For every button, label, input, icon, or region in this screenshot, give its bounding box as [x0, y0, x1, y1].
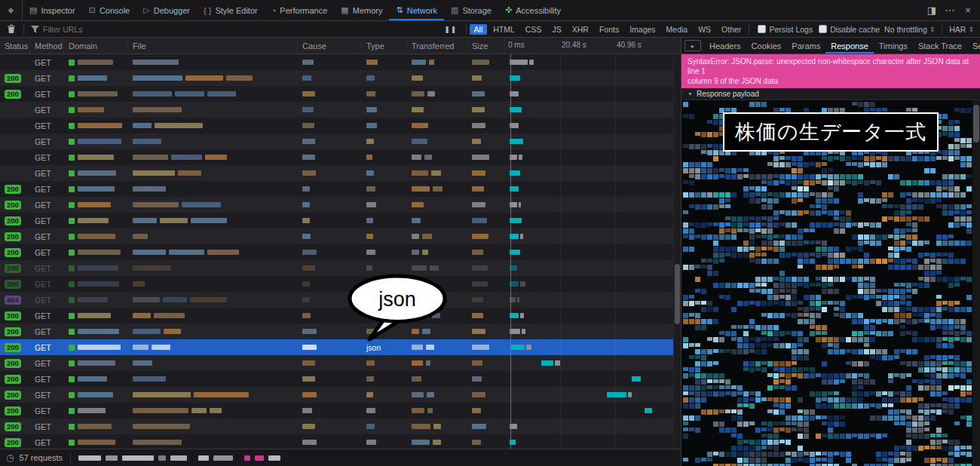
request-row[interactable]: 200GET	[0, 213, 681, 228]
method-cell: GET	[30, 403, 64, 418]
tab-network[interactable]: ⇅Network	[389, 0, 444, 20]
filter-pill-images[interactable]: Images	[625, 24, 660, 35]
filter-urls-input[interactable]	[43, 25, 149, 34]
redacted-cell	[298, 70, 362, 86]
filter-pill-ws[interactable]: WS	[694, 24, 715, 35]
method-cell: GET	[30, 339, 64, 355]
requests-scrollbar-thumb[interactable]	[675, 264, 680, 324]
response-payload-header[interactable]: ▼ Response payload	[681, 88, 980, 100]
tab-label: Console	[100, 6, 130, 15]
tab-storage[interactable]: ▥Storage	[444, 0, 498, 20]
filter-pill-media[interactable]: Media	[662, 24, 693, 35]
redacted-cell	[467, 434, 505, 449]
response-scrollbar-thumb[interactable]	[973, 105, 979, 143]
request-row[interactable]: 200GET	[0, 244, 681, 260]
request-row[interactable]: 200GET	[0, 355, 681, 371]
request-row[interactable]: 200GET	[0, 434, 681, 449]
filter-pill-js[interactable]: JS	[547, 24, 565, 35]
request-row[interactable]: 200GET	[0, 197, 681, 213]
tab-security[interactable]: Se	[967, 38, 980, 54]
filter-pill-html[interactable]: HTML	[488, 24, 519, 35]
request-row[interactable]: 200GET	[0, 418, 681, 434]
har-select[interactable]: HAR ⇕	[945, 25, 978, 34]
col-file[interactable]: File	[128, 38, 298, 54]
request-row[interactable]: 200GET	[0, 371, 681, 387]
request-row[interactable]: 200GET	[0, 86, 681, 102]
requests-scrollbar[interactable]	[673, 54, 681, 449]
request-row[interactable]: GET	[0, 149, 681, 165]
security-lock-icon	[69, 392, 75, 398]
pause-icon: ❚❚	[444, 26, 457, 33]
redacted-cell	[362, 54, 407, 70]
status-badge: 200	[5, 375, 21, 384]
col-status[interactable]: Status	[0, 38, 30, 54]
tab-timings[interactable]: Timings	[874, 38, 913, 54]
pause-traffic-button[interactable]: ❚❚	[438, 26, 463, 33]
throttling-select[interactable]: No throttling ⇕	[880, 25, 939, 34]
request-row[interactable]: GET	[0, 54, 681, 70]
close-icon: ×	[965, 5, 971, 16]
node-picker-button[interactable]: ⌖	[0, 0, 23, 20]
security-lock-icon	[69, 329, 75, 335]
split-pane-toggle-icon[interactable]: ▸	[684, 40, 701, 51]
redacted-cell	[128, 102, 298, 118]
domain-cell	[64, 213, 128, 228]
tab-accessibility[interactable]: ✜Accessibility	[498, 0, 568, 20]
filter-pill-css[interactable]: CSS	[521, 24, 547, 35]
domain-cell	[64, 86, 128, 102]
request-row[interactable]: GET	[0, 102, 681, 118]
request-row[interactable]: GET	[0, 165, 681, 181]
security-lock-icon	[69, 139, 75, 145]
tab-style-editor[interactable]: { }Style Editor	[197, 0, 265, 20]
response-scrollbar[interactable]	[972, 100, 980, 466]
request-row[interactable]: 200GET	[0, 228, 681, 244]
status-badge: 200	[5, 232, 21, 241]
redacted-cell	[467, 54, 505, 70]
tab-label: Network	[407, 6, 437, 15]
disable-cache-checkbox[interactable]	[819, 25, 827, 33]
redacted-cell	[298, 86, 362, 102]
request-row[interactable]: GET	[0, 118, 681, 133]
method-cell: GET	[30, 323, 64, 339]
tab-debugger[interactable]: ▷Debugger	[136, 0, 197, 20]
redacted-cell	[407, 228, 467, 244]
filter-pill-xhr[interactable]: XHR	[568, 24, 593, 35]
tab-inspector[interactable]: ▤Inspector	[23, 0, 82, 20]
security-lock-icon	[69, 107, 75, 113]
tab-performance[interactable]: ◔Performance	[265, 0, 335, 20]
tab-cookies[interactable]: Cookies	[746, 38, 787, 54]
col-transferred[interactable]: Transferred	[407, 38, 467, 54]
col-cause[interactable]: Cause	[298, 38, 362, 54]
tab-console[interactable]: ⊡Console	[82, 0, 137, 20]
redacted-cell	[467, 213, 505, 228]
col-domain[interactable]: Domain	[64, 38, 128, 54]
col-type[interactable]: Type	[362, 38, 407, 54]
performance-analysis-icon[interactable]: ◷	[6, 452, 14, 463]
close-devtools-button[interactable]: ×	[959, 5, 977, 16]
waterfall-cell	[505, 371, 681, 387]
filter-pill-other[interactable]: Other	[717, 24, 746, 35]
devtools-menu-button[interactable]: ⋯	[941, 5, 959, 16]
redacted-cell	[128, 228, 298, 244]
col-size[interactable]: Size	[467, 38, 505, 54]
col-waterfall[interactable]: 0 ms 20.48 s 40.96 s	[505, 38, 681, 54]
dock-to-side-button[interactable]: ◨	[923, 5, 941, 16]
request-row[interactable]: 200GET	[0, 70, 681, 86]
persist-logs-checkbox[interactable]	[758, 25, 766, 33]
tab-response[interactable]: Response	[825, 38, 874, 54]
request-row[interactable]: 200GET	[0, 403, 681, 418]
clear-requests-button[interactable]	[2, 21, 21, 37]
request-row[interactable]: 200GET	[0, 181, 681, 197]
filter-pill-all[interactable]: All	[470, 24, 488, 35]
tab-stack-trace[interactable]: Stack Trace	[913, 38, 967, 54]
request-row[interactable]: GET	[0, 133, 681, 149]
tab-memory[interactable]: ▦Memory	[334, 0, 389, 20]
method-cell: GET	[30, 292, 64, 308]
tab-params[interactable]: Params	[786, 38, 825, 54]
network-icon: ⇅	[396, 5, 403, 15]
col-method[interactable]: Method	[30, 38, 64, 54]
tab-headers[interactable]: Headers	[704, 38, 746, 54]
request-row[interactable]: 200GET	[0, 387, 681, 403]
filter-pill-fonts[interactable]: Fonts	[595, 24, 623, 35]
redacted-cell	[467, 387, 505, 403]
